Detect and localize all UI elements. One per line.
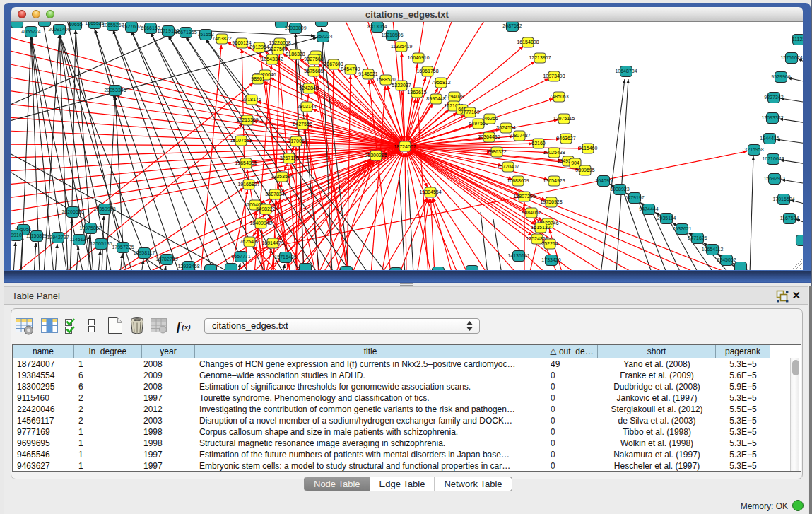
svg-text:10033809: 10033809 bbox=[284, 25, 306, 30]
svg-text:10543342: 10543342 bbox=[261, 57, 283, 62]
svg-text:3587834: 3587834 bbox=[265, 192, 284, 197]
svg-text:25300295: 25300295 bbox=[365, 153, 387, 158]
svg-text:1145134: 1145134 bbox=[70, 237, 89, 242]
svg-text:3215958: 3215958 bbox=[744, 147, 763, 152]
svg-text:8938923: 8938923 bbox=[610, 187, 629, 192]
svg-text:1527602: 1527602 bbox=[122, 24, 141, 29]
svg-text:9327508: 9327508 bbox=[304, 57, 323, 62]
svg-text:17016504: 17016504 bbox=[772, 197, 794, 201]
svg-text:8454749: 8454749 bbox=[341, 66, 360, 71]
svg-text:1588520: 1588520 bbox=[376, 77, 395, 82]
svg-text:3675685: 3675685 bbox=[304, 69, 323, 74]
svg-text:252214: 252214 bbox=[541, 241, 558, 246]
svg-text:20364436: 20364436 bbox=[478, 134, 500, 139]
svg-text:11325419: 11325419 bbox=[391, 44, 413, 49]
svg-text:13353594: 13353594 bbox=[271, 174, 293, 179]
svg-text:9084067: 9084067 bbox=[522, 210, 541, 215]
svg-text:19384554: 19384554 bbox=[419, 189, 441, 194]
svg-text:6794028: 6794028 bbox=[445, 94, 464, 99]
svg-text:10975887: 10975887 bbox=[79, 226, 101, 230]
svg-text:98961: 98961 bbox=[251, 76, 265, 81]
svg-text:16961758: 16961758 bbox=[416, 69, 438, 74]
svg-text:9777169: 9777169 bbox=[460, 110, 479, 115]
svg-text:7485063: 7485063 bbox=[549, 94, 568, 99]
svg-text:12213967: 12213967 bbox=[529, 55, 551, 60]
svg-text:15692971: 15692971 bbox=[763, 176, 785, 181]
svg-text:2935114: 2935114 bbox=[657, 216, 676, 221]
svg-text:8912954: 8912954 bbox=[249, 45, 269, 49]
svg-text:10025438: 10025438 bbox=[543, 150, 565, 155]
svg-text:16107553: 16107553 bbox=[230, 138, 252, 143]
svg-text:20053346: 20053346 bbox=[104, 88, 126, 93]
svg-text:12093322: 12093322 bbox=[761, 115, 783, 120]
svg-text:9474444: 9474444 bbox=[639, 206, 658, 211]
svg-text:8427552: 8427552 bbox=[293, 122, 312, 127]
svg-text:16671355: 16671355 bbox=[175, 30, 196, 35]
svg-text:8186328: 8186328 bbox=[286, 52, 305, 57]
svg-text:717006: 717006 bbox=[288, 139, 304, 144]
svg-text:19654985: 19654985 bbox=[235, 160, 257, 165]
svg-text:9327500: 9327500 bbox=[268, 47, 287, 52]
svg-text:10688609: 10688609 bbox=[507, 178, 529, 183]
svg-text:9657771: 9657771 bbox=[231, 254, 250, 259]
svg-text:1362615: 1362615 bbox=[407, 90, 426, 95]
svg-text:1244415: 1244415 bbox=[760, 136, 779, 141]
svg-text:9115460: 9115460 bbox=[579, 146, 598, 151]
svg-text:16782759: 16782759 bbox=[155, 257, 177, 262]
svg-text:19756928: 19756928 bbox=[540, 199, 562, 204]
svg-text:12505135: 12505135 bbox=[90, 241, 112, 246]
svg-text:3267110: 3267110 bbox=[280, 156, 299, 160]
svg-text:8813054: 8813054 bbox=[367, 24, 387, 29]
svg-text:15720407: 15720407 bbox=[497, 164, 519, 169]
svg-text:2687682: 2687682 bbox=[502, 23, 522, 28]
svg-text:18807299: 18807299 bbox=[513, 194, 535, 199]
svg-text:7357224: 7357224 bbox=[313, 34, 332, 39]
svg-text:12923468: 12923468 bbox=[177, 264, 199, 269]
svg-text:8990448: 8990448 bbox=[426, 96, 445, 101]
svg-text:10973493: 10973493 bbox=[543, 74, 565, 78]
svg-text:10807487: 10807487 bbox=[508, 133, 530, 138]
svg-text:9529966: 9529966 bbox=[771, 74, 790, 79]
svg-text:9242848: 9242848 bbox=[299, 86, 318, 90]
svg-text:16154808: 16154808 bbox=[517, 40, 539, 45]
svg-text:16640910: 16640910 bbox=[407, 55, 429, 60]
svg-text:15716485: 15716485 bbox=[274, 255, 296, 259]
svg-text:1167534: 1167534 bbox=[780, 216, 799, 221]
svg-text:9899695: 9899695 bbox=[575, 168, 594, 173]
svg-text:8471626: 8471626 bbox=[688, 235, 707, 240]
svg-text:62160: 62160 bbox=[531, 141, 546, 146]
svg-text:19166827: 19166827 bbox=[237, 182, 259, 187]
svg-text:7955812: 7955812 bbox=[431, 80, 450, 85]
svg-text:10655267: 10655267 bbox=[102, 23, 124, 28]
svg-text:19218506: 19218506 bbox=[381, 33, 403, 37]
svg-text:164095: 164095 bbox=[595, 178, 611, 183]
svg-text:11123: 11123 bbox=[792, 37, 803, 42]
svg-text:9227342: 9227342 bbox=[764, 95, 783, 100]
svg-text:10655: 10655 bbox=[69, 22, 83, 27]
svg-text:17359928: 17359928 bbox=[93, 206, 115, 211]
svg-text:12975115: 12975115 bbox=[553, 116, 575, 121]
svg-text:2718176: 2718176 bbox=[242, 97, 261, 102]
svg-text:6479197: 6479197 bbox=[625, 195, 644, 200]
svg-text:14136141: 14136141 bbox=[507, 253, 529, 258]
svg-text:16409948: 16409948 bbox=[249, 221, 271, 226]
svg-text:12213369: 12213369 bbox=[236, 117, 258, 122]
svg-text:746266: 746266 bbox=[481, 116, 498, 121]
svg-text:18724007: 18724007 bbox=[394, 144, 416, 149]
svg-text:(x): (x) bbox=[182, 322, 191, 332]
svg-text:2803144: 2803144 bbox=[297, 104, 316, 109]
svg-text:4055724: 4055724 bbox=[21, 29, 40, 34]
svg-text:5498222: 5498222 bbox=[256, 206, 275, 211]
svg-text:20206526: 20206526 bbox=[61, 209, 83, 214]
svg-text:904: 904 bbox=[571, 160, 579, 165]
svg-text:16210643: 16210643 bbox=[762, 156, 784, 161]
svg-text:11156829: 11156829 bbox=[26, 233, 47, 238]
svg-text:3624554: 3624554 bbox=[496, 125, 515, 130]
svg-text:7632621: 7632621 bbox=[672, 226, 691, 231]
svg-text:20091406: 20091406 bbox=[48, 27, 70, 32]
svg-text:13654923: 13654923 bbox=[543, 178, 565, 183]
svg-text:9463627: 9463627 bbox=[556, 136, 575, 141]
svg-text:1615132: 1615132 bbox=[531, 225, 550, 230]
svg-text:16914479: 16914479 bbox=[261, 240, 283, 245]
svg-text:1733426: 1733426 bbox=[541, 257, 560, 262]
